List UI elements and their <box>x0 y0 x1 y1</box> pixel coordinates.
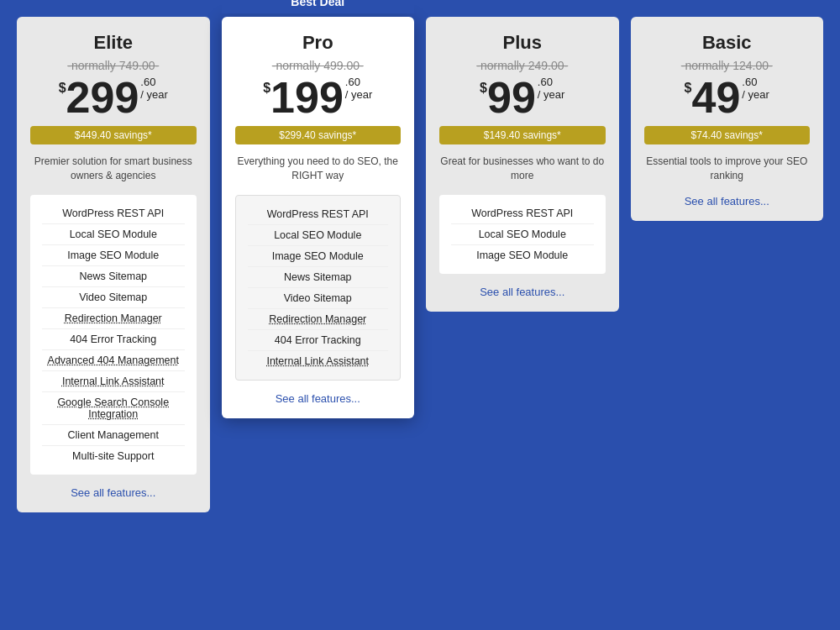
feature-item-elite-1: Local SEO Module <box>42 224 185 245</box>
original-price-elite: -normally 749.00- <box>30 59 197 72</box>
feature-item-elite-0: WordPress REST API <box>42 203 185 224</box>
plan-card-plus: Plus-normally 249.00- $ 99 .60 / year $1… <box>426 17 619 312</box>
plan-card-pro: Best DealPro-normally 499.00- $ 199 .60 … <box>222 17 415 418</box>
price-dollar-basic: $ <box>685 81 692 96</box>
price-cents-period-elite: .60 / year <box>140 76 168 104</box>
feature-item-pro-5: Redirection Manager <box>248 309 389 330</box>
price-period-pro: / year <box>345 88 373 101</box>
price-dollar-elite: $ <box>59 81 66 96</box>
feature-item-elite-8: Internal Link Assistant <box>42 371 185 392</box>
original-price-pro: -normally 499.00- <box>235 59 402 72</box>
original-price-basic: -normally 124.00- <box>644 59 811 72</box>
see-all-link-elite[interactable]: See all features... <box>30 486 197 499</box>
feature-item-pro-7: Internal Link Assistant <box>248 351 389 371</box>
price-cents-elite: .60 <box>140 76 168 88</box>
price-main-basic: 49 <box>692 76 741 119</box>
price-row-basic: $ 49 .60 / year <box>644 76 811 119</box>
price-row-elite: $ 299 .60 / year <box>30 76 197 119</box>
feature-item-elite-2: Image SEO Module <box>42 245 185 266</box>
original-price-plus: -normally 249.00- <box>439 59 606 72</box>
price-period-plus: / year <box>538 88 565 101</box>
price-row-pro: $ 199 .60 / year <box>235 76 402 119</box>
plan-name-pro: Pro <box>235 32 402 54</box>
plan-name-basic: Basic <box>644 32 811 54</box>
savings-badge-plus: $149.40 savings* <box>439 126 606 144</box>
plan-desc-basic: Essential tools to improve your SEO rank… <box>644 155 811 183</box>
price-cents-period-basic: .60 / year <box>742 76 769 104</box>
feature-item-elite-10: Client Management <box>42 425 185 446</box>
plan-desc-pro: Everything you need to do SEO, the RIGHT… <box>235 155 402 183</box>
feature-item-plus-2: Image SEO Module <box>451 245 594 265</box>
feature-item-pro-4: Video Sitemap <box>248 288 389 309</box>
plan-card-basic: Basic-normally 124.00- $ 49 .60 / year $… <box>631 17 824 221</box>
feature-item-elite-5: Redirection Manager <box>42 308 185 329</box>
best-deal-badge: Best Deal <box>222 0 415 13</box>
feature-item-pro-2: Image SEO Module <box>248 246 389 267</box>
price-cents-basic: .60 <box>742 76 769 88</box>
price-period-basic: / year <box>742 88 769 101</box>
price-dollar-plus: $ <box>480 81 487 96</box>
feature-item-pro-1: Local SEO Module <box>248 225 389 246</box>
features-list-elite: WordPress REST APILocal SEO ModuleImage … <box>30 195 197 475</box>
feature-item-elite-9: Google Search Console Integration <box>42 392 185 425</box>
savings-badge-elite: $449.40 savings* <box>30 126 197 144</box>
plan-desc-plus: Great for businesses who want to do more <box>439 155 606 183</box>
plan-card-elite: Elite-normally 749.00- $ 299 .60 / year … <box>17 17 210 512</box>
price-row-plus: $ 99 .60 / year <box>439 76 606 119</box>
feature-item-pro-3: News Sitemap <box>248 267 389 288</box>
plan-name-plus: Plus <box>439 32 606 54</box>
feature-item-pro-0: WordPress REST API <box>248 204 389 225</box>
price-cents-period-plus: .60 / year <box>538 76 565 104</box>
features-list-pro: WordPress REST APILocal SEO ModuleImage … <box>235 195 402 381</box>
price-main-pro: 199 <box>270 76 344 119</box>
plan-name-elite: Elite <box>30 32 197 54</box>
feature-item-plus-1: Local SEO Module <box>451 224 594 245</box>
features-list-plus: WordPress REST APILocal SEO ModuleImage … <box>439 195 606 274</box>
feature-item-elite-6: 404 Error Tracking <box>42 329 185 350</box>
price-period-elite: / year <box>140 88 168 101</box>
see-all-link-basic[interactable]: See all features... <box>644 195 811 207</box>
feature-item-elite-11: Multi-site Support <box>42 446 185 466</box>
price-cents-period-pro: .60 / year <box>345 76 373 104</box>
price-cents-pro: .60 <box>345 76 373 88</box>
price-cents-plus: .60 <box>538 76 565 88</box>
feature-item-elite-3: News Sitemap <box>42 266 185 287</box>
savings-badge-pro: $299.40 savings* <box>235 126 402 144</box>
pricing-container: Elite-normally 749.00- $ 299 .60 / year … <box>17 8 823 512</box>
savings-badge-basic: $74.40 savings* <box>644 126 811 144</box>
price-main-plus: 99 <box>487 76 536 119</box>
plan-desc-elite: Premier solution for smart business owne… <box>30 155 197 183</box>
feature-item-elite-4: Video Sitemap <box>42 287 185 308</box>
see-all-link-pro[interactable]: See all features... <box>235 392 402 405</box>
see-all-link-plus[interactable]: See all features... <box>439 286 606 298</box>
price-dollar-pro: $ <box>263 81 270 96</box>
feature-item-pro-6: 404 Error Tracking <box>248 330 389 351</box>
feature-item-elite-7: Advanced 404 Management <box>42 350 185 371</box>
price-main-elite: 299 <box>66 76 139 119</box>
feature-item-plus-0: WordPress REST API <box>451 203 594 224</box>
